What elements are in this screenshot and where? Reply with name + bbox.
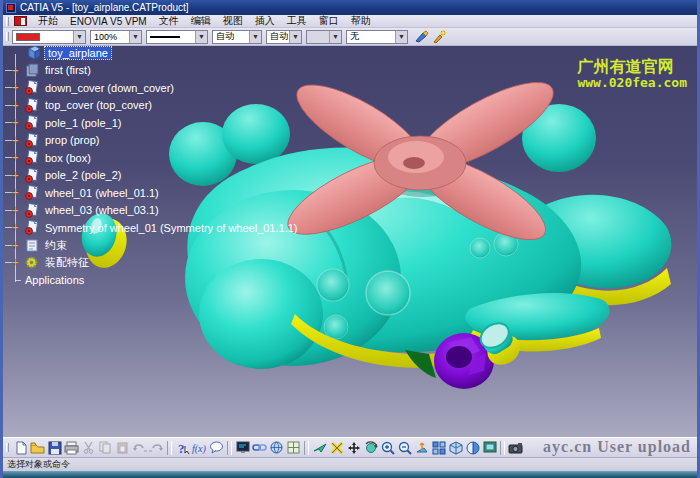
expand-icon[interactable]: + [11, 153, 20, 162]
wizard-icon[interactable] [431, 29, 447, 45]
visible-space-icon[interactable] [481, 440, 498, 456]
catia-menu-icon[interactable] [14, 16, 27, 26]
grid-icon[interactable] [285, 440, 302, 456]
status-bar: 选择对象或命令 [3, 457, 697, 471]
print-icon[interactable] [63, 440, 80, 456]
tree-node-down-cover[interactable]: down_cover (down_cover) [42, 82, 177, 94]
site-watermark-name: 广州有道官网 [577, 58, 687, 76]
macro-screen-icon[interactable] [234, 440, 251, 456]
body-dimple [324, 315, 348, 339]
menu-file[interactable]: 文件 [153, 13, 185, 29]
chevron-down-icon[interactable]: ▼ [249, 31, 261, 43]
tree-node-first[interactable]: first (first) [42, 64, 94, 76]
toolbar-grip[interactable] [6, 32, 9, 41]
opacity-combo[interactable]: 100% ▼ [90, 30, 142, 44]
iso-view-icon[interactable] [447, 440, 464, 456]
zoom-in-icon[interactable] [379, 440, 396, 456]
pan-icon[interactable] [345, 440, 362, 456]
chevron-down-icon[interactable]: ▼ [195, 31, 207, 43]
expand-icon[interactable]: + [11, 83, 20, 92]
tree-node-pole-1[interactable]: pole_1 (pole_1) [42, 117, 124, 129]
menu-help[interactable]: 帮助 [345, 13, 377, 29]
multi-view-icon[interactable] [430, 440, 447, 456]
fit-all-icon[interactable] [328, 440, 345, 456]
globe-icon[interactable] [268, 440, 285, 456]
tree-node-symmetry-wheel[interactable]: Symmetry of wheel_01 (Symmetry of wheel_… [42, 222, 301, 234]
chevron-down-icon[interactable]: ▼ [129, 31, 141, 43]
menu-view[interactable]: 视图 [217, 13, 249, 29]
menu-insert[interactable]: 插入 [249, 13, 281, 29]
hide-show-icon[interactable] [464, 440, 481, 456]
chevron-down-icon[interactable]: ▼ [73, 31, 85, 43]
normal-view-icon[interactable] [413, 440, 430, 456]
toolbar-grip[interactable] [6, 17, 9, 26]
tree-node-toy-airplane[interactable]: toy_airplane [45, 47, 111, 59]
graphic-properties-toolbar: ▼ 100% ▼ ▼ 自动 ▼ 自动 ▼ ▼ 无 ▼ [3, 28, 697, 46]
save-icon[interactable] [46, 440, 63, 456]
point-symbol-combo[interactable]: 自动 ▼ [266, 30, 302, 44]
chevron-down-icon[interactable]: ▼ [289, 31, 301, 43]
part-icon [24, 220, 39, 235]
formula-fx-icon[interactable]: f(x) [191, 440, 208, 456]
whats-this-icon[interactable]: ? [174, 440, 191, 456]
expand-icon[interactable]: + [11, 171, 20, 180]
catia-app-icon [6, 3, 16, 13]
link-manager-icon[interactable] [251, 440, 268, 456]
toolbar-grip[interactable] [6, 443, 9, 452]
chevron-down-icon[interactable]: ▼ [395, 31, 407, 43]
upload-watermark: ayc.cn User upload [543, 438, 691, 456]
painter-icon[interactable] [413, 29, 429, 45]
undo-icon [131, 440, 148, 456]
expand-icon[interactable]: + [11, 258, 20, 267]
tree-node-applications[interactable]: Applications [22, 274, 87, 286]
paste-icon [114, 440, 131, 456]
status-message: 选择对象或命令 [7, 458, 70, 471]
chat-bubble-icon[interactable] [208, 440, 225, 456]
expand-icon[interactable]: + [11, 118, 20, 127]
tree-node-pole-2[interactable]: pole_2 (pole_2) [42, 169, 124, 181]
menu-bar: 开始 ENOVIA V5 VPM 文件 编辑 视图 插入 工具 窗口 帮助 [3, 15, 697, 28]
tree-node-assembly-features[interactable]: 装配特征 [42, 255, 92, 270]
line-weight-combo[interactable]: 自动 ▼ [212, 30, 262, 44]
expand-icon[interactable]: + [11, 101, 20, 110]
tree-node-box[interactable]: box (box) [42, 152, 94, 164]
fly-mode-icon[interactable] [311, 440, 328, 456]
tree-node-top-cover[interactable]: top_cover (top_cover) [42, 99, 155, 111]
toolbar-separator [500, 441, 505, 455]
tree-node-constraints[interactable]: 约束 [42, 238, 70, 253]
menu-window[interactable]: 窗口 [313, 13, 345, 29]
expand-icon[interactable]: + [11, 188, 20, 197]
site-watermark: 广州有道官网 www.020fea.com [577, 58, 687, 91]
tree-node-wheel-03[interactable]: wheel_03 (wheel_03.1) [42, 204, 162, 216]
body-dimple [317, 269, 349, 301]
fill-color-combo[interactable]: ▼ [12, 30, 86, 44]
window-title: CATIA V5 - [toy_airplane.CATProduct] [20, 2, 189, 13]
menu-edit[interactable]: 编辑 [185, 13, 217, 29]
expand-icon[interactable]: + [11, 136, 20, 145]
window-border-bottom [3, 471, 697, 478]
catia-window: CATIA V5 - [toy_airplane.CATProduct] 开始 … [0, 0, 700, 478]
cut-icon [80, 440, 97, 456]
copy-icon [97, 440, 114, 456]
tree-node-wheel-01[interactable]: wheel_01 (wheel_01.1) [42, 187, 162, 199]
shading-camera-icon[interactable] [507, 440, 524, 456]
expand-icon[interactable]: + [11, 223, 20, 232]
line-type-combo[interactable]: ▼ [146, 30, 208, 44]
menu-tools[interactable]: 工具 [281, 13, 313, 29]
tree-node-prop[interactable]: prop (prop) [42, 134, 102, 146]
part-icon [24, 150, 39, 165]
layer-combo[interactable]: 无 ▼ [346, 30, 408, 44]
menu-start[interactable]: 开始 [32, 13, 64, 29]
3d-viewport[interactable]: toy_airplane + first (first) + down_cove… [3, 46, 697, 437]
open-folder-icon[interactable] [29, 440, 46, 456]
expand-icon[interactable]: + [11, 241, 20, 250]
zoom-out-icon[interactable] [396, 440, 413, 456]
toolbar-separator [227, 441, 232, 455]
new-document-icon[interactable] [12, 440, 29, 456]
rotate-icon[interactable] [362, 440, 379, 456]
product-icon [27, 46, 42, 60]
menu-enovia[interactable]: ENOVIA V5 VPM [64, 15, 153, 28]
expand-icon[interactable]: + [11, 206, 20, 215]
render-style-combo: ▼ [306, 30, 342, 44]
expand-icon[interactable]: + [11, 66, 20, 75]
